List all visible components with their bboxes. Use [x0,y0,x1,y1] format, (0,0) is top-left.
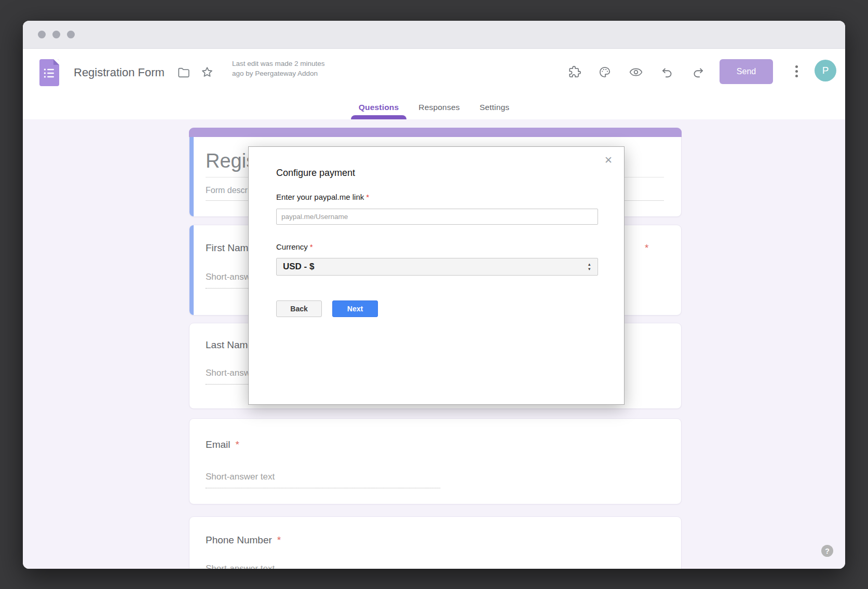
window-titlebar [23,21,845,49]
preview-eye-icon[interactable] [629,65,643,79]
selected-indicator-bar [189,137,194,216]
active-tab-underline [351,115,407,119]
tab-settings[interactable]: Settings [478,99,512,119]
question-card-phone-number[interactable]: Phone Number* Short-answer text [189,516,682,569]
move-to-folder-icon[interactable] [177,66,191,79]
paypal-link-input[interactable] [276,209,598,225]
required-asterisk: * [366,193,369,201]
tab-questions[interactable]: Questions [357,99,401,119]
short-answer-placeholder: Short-answer text [206,472,440,488]
required-asterisk: * [277,535,281,545]
required-asterisk: * [236,439,239,450]
redo-icon[interactable] [691,65,705,79]
account-avatar[interactable]: P [815,60,836,81]
last-edit-note: Last edit was made 2 minutes ago by Peer… [232,59,326,78]
tab-responses[interactable]: Responses [416,99,462,119]
paypal-link-label: Enter your paypal.me link* [276,193,369,201]
google-forms-icon[interactable] [39,59,59,86]
folded-corner [53,59,59,65]
help-button[interactable]: ? [821,545,833,557]
send-button[interactable]: Send [720,59,773,84]
currency-select[interactable]: USD - $ ▲▼ [276,258,598,276]
selected-indicator-bar [189,225,194,315]
question-title: Phone Number* [206,535,281,546]
browser-window: Registration Form Last edit was made 2 m… [23,21,845,569]
undo-icon[interactable] [660,65,674,79]
required-asterisk: * [645,242,648,254]
configure-payment-dialog: ✕ Configure payment Enter your paypal.me… [248,146,625,405]
form-nav-tabs: Questions Responses Settings [23,99,845,119]
window-zoom-button[interactable] [67,31,75,38]
app-header: Registration Form Last edit was made 2 m… [23,49,845,99]
currency-selected-value: USD - $ [283,262,314,272]
form-theme-top-bar [189,128,682,137]
select-stepper-icon: ▲▼ [588,262,591,271]
next-button[interactable]: Next [332,300,378,317]
document-title[interactable]: Registration Form [74,65,165,80]
star-icon[interactable] [200,65,214,79]
add-ons-puzzle-icon[interactable] [568,65,581,79]
close-icon[interactable]: ✕ [604,154,613,166]
currency-label: Currency* [276,242,313,251]
form-list-glyph [44,68,55,78]
theme-palette-icon[interactable] [598,65,612,79]
back-button[interactable]: Back [276,300,322,317]
question-card-email[interactable]: Email* Short-answer text [189,418,682,504]
question-title: First Name [206,242,254,254]
required-asterisk: * [310,242,313,251]
question-title: Email* [206,439,239,450]
window-close-button[interactable] [38,31,46,38]
more-options-kebab-icon[interactable] [793,65,800,82]
short-answer-placeholder: Short-answer text [206,564,440,569]
window-minimize-button[interactable] [52,31,60,38]
dialog-title: Configure payment [276,168,355,179]
question-title: Last Name [206,339,253,351]
